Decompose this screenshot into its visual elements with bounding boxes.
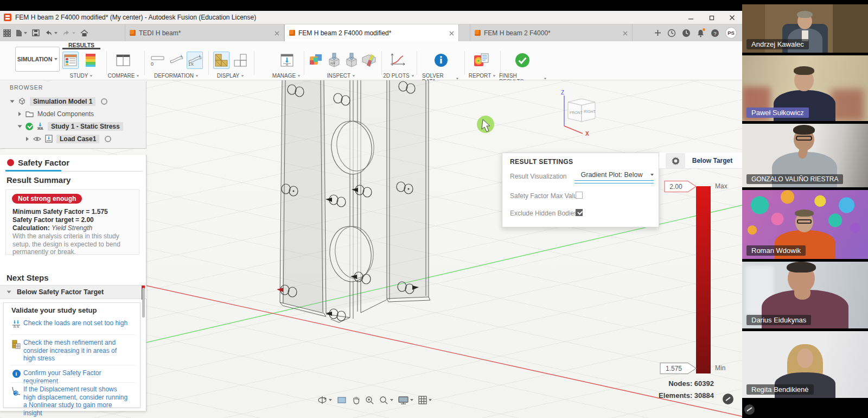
- 2d-plots-icon[interactable]: [390, 52, 406, 69]
- chevron-down-icon[interactable]: [10, 100, 15, 103]
- tree-item-model-components[interactable]: Model Components: [18, 108, 94, 119]
- view-cube[interactable]: Z X FRONT RIGHT: [561, 90, 596, 137]
- minimize-button[interactable]: [680, 11, 701, 24]
- compare-group-label[interactable]: COMPARE: [107, 73, 140, 79]
- visibility-eye-icon[interactable]: [33, 136, 41, 142]
- mesh-stats: Nodes: 60392 Elements: 30884: [613, 378, 714, 402]
- study-legend-icon[interactable]: [82, 52, 99, 69]
- legend-max-tag[interactable]: 2.00: [664, 180, 698, 193]
- next-step-item[interactable]: If the Displacement result shows high di…: [9, 385, 137, 417]
- doc-tab-tedi-h-beam[interactable]: TEDI H beam*: [125, 24, 284, 41]
- home-icon[interactable]: [80, 29, 88, 37]
- below-safety-factor-target-row[interactable]: Below Safety Factor Target: [0, 285, 146, 299]
- display-wireframe-icon[interactable]: [232, 52, 248, 69]
- deformation-adjusted-icon[interactable]: I: [168, 52, 184, 69]
- notifications-bell-icon[interactable]: [697, 29, 705, 37]
- participant-tile[interactable]: Roman Wdowik: [742, 190, 868, 259]
- deformation-group-label[interactable]: DEFORMATION: [154, 73, 199, 79]
- inspect-slice-plane-icon[interactable]: [361, 52, 377, 69]
- save-icon[interactable]: [32, 29, 40, 36]
- new-tab-icon[interactable]: [654, 29, 661, 36]
- compare-icon[interactable]: [115, 52, 131, 69]
- pan-icon[interactable]: [352, 396, 360, 404]
- job-status-icon[interactable]: [667, 29, 676, 37]
- undo-icon[interactable]: [44, 30, 58, 36]
- next-step-item[interactable]: Check the loads are not set too high: [9, 319, 137, 330]
- doc-tab-fem-modified[interactable]: FEM H beam 2 F4000 modified*: [284, 24, 459, 41]
- inspect-group-label[interactable]: INSPECT: [326, 73, 357, 79]
- component-cube-icon: [18, 97, 26, 105]
- meeting-app-logo-icon[interactable]: [744, 404, 755, 415]
- feedback-pencil-icon[interactable]: [723, 394, 733, 404]
- activate-radio[interactable]: [105, 136, 111, 142]
- close-tab-icon[interactable]: [623, 28, 628, 38]
- display-mesh-icon[interactable]: [213, 52, 229, 69]
- participant-tile[interactable]: Paweł Sułkowicz: [742, 55, 868, 121]
- display-settings-icon[interactable]: [398, 396, 413, 404]
- close-button[interactable]: [722, 11, 742, 24]
- close-tab-icon[interactable]: [449, 28, 454, 38]
- orbit-icon[interactable]: [317, 396, 332, 404]
- legend-settings-gear-icon[interactable]: [666, 153, 685, 168]
- workspace-selector[interactable]: SIMULATION: [15, 47, 60, 72]
- manage-icon[interactable]: [279, 52, 295, 69]
- inspect-probe-icon[interactable]: [343, 52, 360, 69]
- finish-results-icon[interactable]: [514, 52, 531, 69]
- report-icon[interactable]: [473, 52, 489, 69]
- maximize-button[interactable]: [701, 11, 722, 24]
- report-group-label[interactable]: REPORT: [468, 73, 497, 79]
- participant-tile[interactable]: Andrzej Kawalec: [742, 4, 868, 53]
- study-report-icon[interactable]: [62, 52, 79, 69]
- chevron-down-icon[interactable]: [18, 125, 22, 128]
- deformation-none-icon[interactable]: 0: [149, 52, 165, 69]
- next-step-text[interactable]: If the Displacement result shows high di…: [23, 385, 130, 417]
- help-icon[interactable]: ?: [711, 29, 719, 37]
- tree-item-label[interactable]: Simulation Model 1: [30, 97, 95, 106]
- display-group-label[interactable]: DISPLAY: [215, 73, 246, 79]
- h-beam-model[interactable]: [280, 80, 430, 322]
- participant-tile[interactable]: GONZALO VALIÑO RIESTRA: [742, 124, 868, 187]
- inspect-point-xyz-icon[interactable]: xyz: [326, 52, 342, 69]
- next-step-item[interactable]: Check the mesh refinement and consider i…: [9, 339, 137, 363]
- next-step-text[interactable]: Check the mesh refinement and consider i…: [23, 339, 130, 363]
- close-tab-icon[interactable]: [275, 28, 279, 38]
- tree-item-simulation-model[interactable]: Simulation Model 1: [11, 96, 107, 107]
- solver-data-icon[interactable]: [433, 52, 449, 69]
- next-step-text[interactable]: Check the loads are not set too high: [23, 319, 130, 330]
- legend-title: Below Target: [685, 157, 739, 164]
- participant-tile[interactable]: Darius Eidukynas: [742, 262, 868, 328]
- panel-scrollbar[interactable]: [142, 288, 145, 318]
- result-settings-checkbox-2[interactable]: [576, 209, 583, 216]
- app-grid-icon[interactable]: [3, 29, 11, 37]
- tree-item-load-case1[interactable]: Load Case1: [26, 133, 111, 144]
- fit-icon[interactable]: [379, 396, 393, 405]
- doc-tab-fem-f4000[interactable]: FEM H beam 2 F4000*: [470, 24, 633, 41]
- legend-min-tag[interactable]: 1.575: [660, 362, 698, 375]
- tree-item-label[interactable]: Model Components: [37, 110, 94, 118]
- chevron-right-icon[interactable]: [26, 137, 29, 141]
- 2d-plots-group-label[interactable]: 2D PLOTS: [383, 73, 414, 79]
- participant-tile[interactable]: Regita Bendikienė: [742, 331, 868, 398]
- tree-item-label[interactable]: Load Case1: [56, 135, 99, 143]
- inspect-result-details-icon[interactable]: [308, 52, 324, 69]
- result-settings-checkbox-1[interactable]: [576, 192, 583, 199]
- manage-group-label[interactable]: MANAGE: [271, 73, 302, 79]
- zoom-icon[interactable]: [365, 396, 374, 405]
- study-group-label[interactable]: STUDY: [64, 73, 99, 79]
- tree-item-study1[interactable]: Study 1 - Static Stress: [18, 121, 123, 132]
- file-menu-icon[interactable]: [16, 29, 27, 37]
- redo-icon[interactable]: [62, 30, 75, 36]
- result-visualization-dropdown[interactable]: Gradient Plot: Below: [575, 171, 654, 181]
- look-at-icon[interactable]: [337, 396, 347, 404]
- activate-radio[interactable]: [101, 98, 107, 105]
- ribbon-tab-results[interactable]: RESULTS: [62, 42, 100, 49]
- calculation-line: Calculation: Yield Strength: [12, 224, 92, 232]
- user-avatar[interactable]: PS: [725, 27, 737, 39]
- safety-factor-max-label: Safety Factor Max Value: [510, 192, 581, 200]
- deformation-actual-icon[interactable]: 1XI: [187, 52, 203, 69]
- tree-item-label[interactable]: Study 1 - Static Stress: [48, 122, 123, 131]
- grid-settings-icon[interactable]: [418, 396, 432, 404]
- extensions-icon[interactable]: [682, 29, 691, 37]
- chevron-right-icon[interactable]: [18, 112, 21, 116]
- svg-text:I: I: [199, 54, 200, 59]
